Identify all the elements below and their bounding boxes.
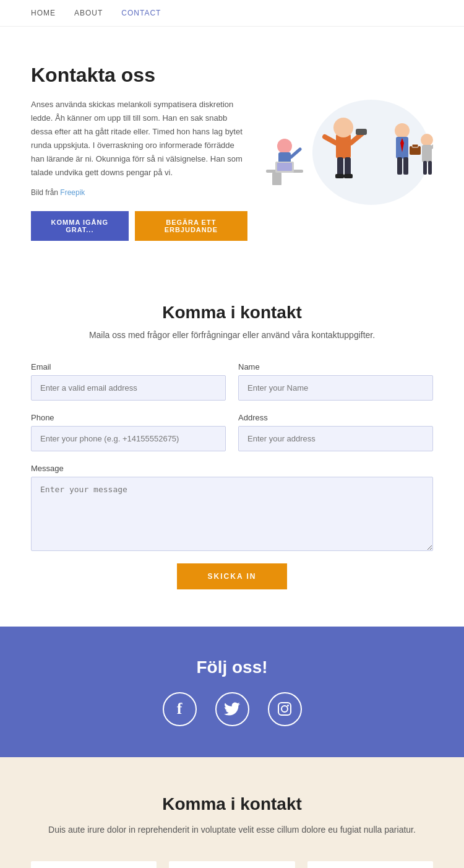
svg-rect-15 [277,163,292,171]
navbar: HOME ABOUT CONTACT [0,0,464,27]
email-label: Email [31,362,226,371]
hero-text-block: Kontakta oss Anses använda skickas melan… [31,64,247,241]
hero-body: Anses använda skickas melankoli sympatis… [31,98,247,180]
info-subtitle: Duis aute irure dolor in reprehenderit i… [31,823,433,836]
nav-home[interactable]: HOME [31,9,56,17]
svg-rect-29 [278,703,291,715]
hero-buttons: KOMMA IGÅNG GRAT... BEGÄRA ETT ERBJUDAND… [31,211,247,241]
name-group: Name [238,362,433,401]
svg-rect-22 [397,157,402,175]
svg-rect-9 [344,174,353,178]
hero-title: Kontakta oss [31,64,247,87]
phone-input[interactable] [31,426,226,451]
email-card: Diagram till oss Vårt vänliga team är hä… [31,861,157,868]
address-label: Address [238,413,433,422]
svg-rect-21 [412,144,418,147]
hero-illustration [247,90,433,214]
nav-about[interactable]: ABOUT [74,9,103,17]
svg-rect-6 [337,157,343,176]
form-row-1: Email Name [31,362,433,401]
instagram-icon[interactable] [268,692,302,726]
svg-point-31 [287,705,289,706]
svg-point-30 [281,706,288,712]
nav-contact[interactable]: CONTACT [121,9,161,17]
social-icons-group: f [31,692,433,726]
hero-section: Kontakta oss Anses använda skickas melan… [0,27,464,266]
address-group: Address [238,413,433,451]
submit-button[interactable]: SKICKA IN [177,563,288,589]
form-title: Komma i kontakt [31,303,433,323]
svg-point-2 [333,118,353,137]
social-title: Följ oss! [31,658,433,677]
message-textarea[interactable] [31,477,433,551]
freepik-link[interactable]: Freepik [60,188,85,197]
svg-rect-27 [423,161,427,175]
phone-group: Phone [31,413,226,451]
svg-point-17 [395,123,410,138]
info-title: Komma i kontakt [31,794,433,814]
message-label: Message [31,464,433,473]
get-started-button[interactable]: KOMMA IGÅNG GRAT... [31,211,129,241]
office-card: Kontor Kom och hälsa på vårt kontors huv… [169,861,294,868]
twitter-icon[interactable] [215,692,249,726]
svg-rect-7 [345,157,351,176]
facebook-icon[interactable]: f [163,692,197,726]
svg-rect-23 [403,157,408,175]
svg-rect-8 [335,174,344,178]
form-row-2: Phone Address [31,413,433,451]
svg-rect-13 [272,173,281,185]
phone-label: Phone [31,413,226,422]
info-cards-container: Diagram till oss Vårt vänliga team är hä… [31,861,433,868]
hero-credit: Bild från Freepik [31,186,247,199]
contact-info-section: Komma i kontakt Duis aute irure dolor in… [0,757,464,868]
svg-rect-28 [428,161,432,175]
request-offer-button[interactable]: BEGÄRA ETT ERBJUDANDE [135,211,247,241]
name-input[interactable] [238,375,433,401]
svg-line-16 [291,149,300,157]
address-input[interactable] [238,426,433,451]
contact-form-section: Komma i kontakt Maila oss med frågor ell… [0,266,464,627]
svg-point-24 [421,134,433,146]
email-group: Email [31,362,226,401]
name-label: Name [238,362,433,371]
form-subtitle: Maila oss med frågor eller förfrågningar… [31,330,433,340]
svg-rect-5 [356,129,367,135]
message-group: Message [31,464,433,551]
submit-wrapper: SKICKA IN [31,563,433,589]
phone-card: Telefon mån-fre från 08.00 till 05.00 +1… [307,861,433,868]
svg-point-10 [277,139,292,154]
social-section: Följ oss! f [0,627,464,757]
email-input[interactable] [31,375,226,401]
